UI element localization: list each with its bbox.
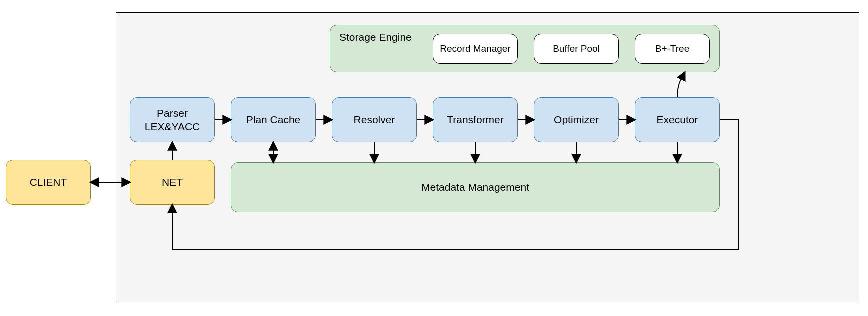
resolver-node: Resolver: [332, 97, 417, 142]
metadata-label: Metadata Management: [421, 180, 529, 194]
transformer-node: Transformer: [433, 97, 518, 142]
plan-cache-label: Plan Cache: [246, 113, 301, 126]
optimizer-node: Optimizer: [534, 97, 619, 142]
storage-engine-label: Storage Engine: [339, 31, 412, 43]
transformer-label: Transformer: [447, 113, 504, 126]
parser-line2: LEX&YACC: [145, 120, 200, 133]
plan-cache-node: Plan Cache: [231, 97, 316, 142]
buffer-pool-label: Buffer Pool: [553, 43, 600, 55]
parser-node: Parser LEX&YACC: [130, 97, 215, 142]
resolver-label: Resolver: [354, 113, 395, 126]
diagram-canvas: CLIENT NET Parser LEX&YACC Plan Cache Re…: [0, 0, 868, 316]
executor-node: Executor: [635, 97, 720, 142]
bplus-tree-label: B+-Tree: [655, 43, 689, 55]
buffer-pool-node: Buffer Pool: [534, 34, 619, 64]
executor-label: Executor: [657, 113, 698, 126]
parser-line1: Parser: [145, 106, 200, 120]
parser-lines: Parser LEX&YACC: [145, 106, 200, 134]
bplus-tree-node: B+-Tree: [635, 34, 710, 64]
metadata-node: Metadata Management: [231, 162, 720, 212]
client-label: CLIENT: [30, 175, 67, 189]
client-node: CLIENT: [6, 160, 91, 205]
net-label: NET: [162, 175, 183, 189]
net-node: NET: [130, 160, 215, 205]
record-manager-node: Record Manager: [433, 34, 518, 64]
optimizer-label: Optimizer: [554, 113, 599, 126]
record-manager-label: Record Manager: [440, 43, 511, 55]
